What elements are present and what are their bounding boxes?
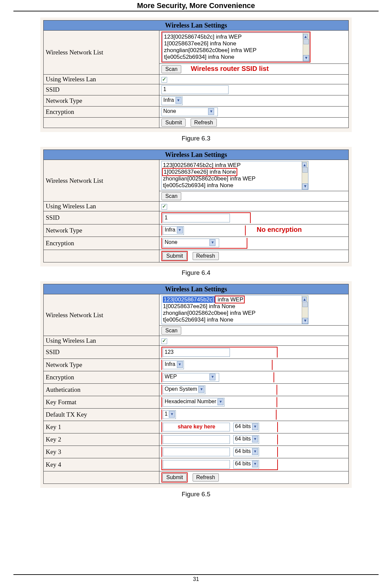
panel-title: Wireless Lan Settings: [44, 20, 348, 31]
refresh-button[interactable]: Refresh: [191, 119, 217, 127]
submit-button[interactable]: Submit: [162, 252, 187, 260]
use-wlan-checkbox[interactable]: [161, 77, 167, 83]
chevron-down-icon: ▼: [217, 399, 224, 405]
use-wlan-checkbox[interactable]: [161, 338, 167, 344]
label-dtxk: Default TX Key: [44, 409, 159, 421]
wls-table-63: Wireless Lan Settings Wireless Network L…: [43, 20, 348, 128]
label-ssid: SSID: [44, 346, 159, 359]
list-item[interactable]: 1[00258637ee26] infra None: [164, 40, 308, 47]
ssid-input[interactable]: 1: [161, 85, 229, 94]
ssid-input[interactable]: 123: [163, 348, 230, 357]
label-ntype: Network Type: [44, 95, 159, 107]
network-type-select[interactable]: Infra▼: [163, 361, 184, 369]
annotation-noenc: No encryption: [257, 226, 302, 233]
scan-button[interactable]: Scan: [161, 192, 181, 200]
list-item[interactable]: t[e005c52b6934] infra None: [163, 182, 307, 189]
key4-bits-select[interactable]: 64 bits▼: [233, 460, 259, 469]
caption-65: Figure 6.5: [0, 491, 392, 498]
scroll-thumb[interactable]: [302, 167, 308, 173]
label-kfmt: Key Format: [44, 396, 159, 409]
use-wlan-checkbox[interactable]: [161, 204, 167, 210]
dtxk-select[interactable]: 1▼: [163, 410, 176, 419]
label-empty: [44, 471, 159, 484]
label-wnl: Wireless Network List: [44, 160, 159, 202]
network-list-65[interactable]: 123[002586745b2c] infra WEP 1[00258637ee…: [161, 295, 308, 324]
page-header: More Security, More Convenience: [13, 0, 379, 11]
chevron-down-icon: ▼: [252, 448, 258, 455]
chevron-down-icon: ▼: [208, 108, 214, 115]
network-type-select[interactable]: Infra▼: [163, 226, 184, 235]
key2-bits-select[interactable]: 64 bits▼: [233, 435, 259, 444]
label-uwl: Using Wireless Lan: [44, 336, 159, 346]
scan-button[interactable]: Scan: [161, 327, 181, 335]
list-item[interactable]: t[e005c52b6934] infra None: [163, 317, 307, 323]
label-uwl: Using Wireless Lan: [44, 202, 159, 211]
list-item[interactable]: zhonglian[0025862c0bee] infra WEP: [163, 175, 307, 182]
chevron-down-icon: ▼: [252, 423, 258, 430]
label-enc: Encryption: [44, 107, 159, 118]
list-item[interactable]: 123[002586745b2c] infra WEP: [163, 162, 307, 169]
scroll-down-icon[interactable]: ▼: [302, 183, 308, 190]
scroll-thumb[interactable]: [303, 39, 309, 44]
scroll-up-icon[interactable]: ▲: [302, 162, 307, 167]
label-k1: Key 1: [44, 421, 159, 433]
caption-64: Figure 6.4: [0, 269, 392, 277]
chevron-down-icon: ▼: [209, 374, 215, 380]
chevron-down-icon: ▼: [177, 227, 183, 234]
scroll-down-icon[interactable]: ▼: [302, 318, 308, 324]
label-empty: [44, 250, 159, 262]
key4-input[interactable]: [163, 460, 230, 469]
submit-button[interactable]: Submit: [162, 473, 187, 481]
kfmt-select[interactable]: Hexadecimal Number▼: [163, 398, 225, 407]
panel-title: Wireless Lan Settings: [44, 150, 348, 160]
chevron-down-icon: ▼: [252, 436, 258, 443]
scrollbar[interactable]: ▲▼: [302, 161, 308, 190]
wls-table-64: Wireless Lan Settings Wireless Network L…: [43, 150, 348, 262]
scrollbar[interactable]: ▲▼: [303, 33, 309, 61]
chevron-down-icon: ▼: [209, 239, 215, 246]
refresh-button[interactable]: Refresh: [193, 252, 219, 260]
chevron-down-icon: ▼: [169, 411, 175, 418]
list-item[interactable]: 1[00258637ee26] infra None: [163, 303, 307, 310]
submit-button[interactable]: Submit: [161, 119, 186, 127]
label-enc: Encryption: [44, 371, 159, 384]
refresh-button[interactable]: Refresh: [193, 473, 219, 481]
wls-table-65: Wireless Lan Settings Wireless Network L…: [43, 284, 348, 484]
network-list-63[interactable]: 123[002586745b2c] infra WEP 1[00258637ee…: [162, 33, 309, 61]
auth-select[interactable]: Open System▼: [163, 385, 205, 394]
scrollbar[interactable]: ▲▼: [302, 296, 308, 324]
scroll-up-icon[interactable]: ▲: [303, 34, 308, 39]
label-k2: Key 2: [44, 433, 159, 446]
encryption-select[interactable]: None▼: [161, 108, 218, 116]
label-wnl: Wireless Network List: [44, 294, 159, 336]
label-uwl: Using Wireless Lan: [44, 75, 159, 84]
network-type-select[interactable]: Infra▼: [161, 96, 182, 105]
scroll-up-icon[interactable]: ▲: [302, 297, 307, 302]
scan-button[interactable]: Scan: [161, 65, 181, 73]
key1-bits-select[interactable]: 64 bits▼: [233, 423, 259, 431]
label-k4: Key 4: [44, 458, 159, 471]
scroll-thumb[interactable]: [302, 302, 308, 307]
label-ntype: Network Type: [44, 224, 159, 237]
list-item[interactable]: zhonglian[0025862c0bee] infra WEP: [163, 310, 307, 317]
list-item[interactable]: 123[002586745b2c] infra WEP: [163, 296, 307, 303]
caption-63: Figure 6.3: [0, 135, 392, 142]
key3-input[interactable]: [163, 448, 230, 456]
scroll-down-icon[interactable]: ▼: [303, 55, 309, 61]
encryption-select[interactable]: None▼: [163, 239, 219, 247]
key1-input[interactable]: share key here: [163, 423, 230, 431]
annotation-ssid-list: Wireless router SSID list: [191, 65, 268, 72]
list-item[interactable]: t[e005c52b6934] infra None: [164, 54, 308, 60]
label-empty: [44, 118, 159, 128]
label-auth: Authetication: [44, 384, 159, 396]
list-item[interactable]: zhonglian[0025862c0bee] infra WEP: [164, 47, 308, 54]
network-list-64[interactable]: 123[002586745b2c] infra WEP 1[00258637ee…: [161, 161, 308, 190]
page-number: 31: [0, 574, 392, 582]
ssid-input[interactable]: 1: [163, 214, 230, 222]
panel-title: Wireless Lan Settings: [44, 284, 348, 294]
encryption-select[interactable]: WEP▼: [163, 373, 219, 382]
key3-bits-select[interactable]: 64 bits▼: [233, 448, 259, 456]
list-item[interactable]: 1[00258637ee26] infra None: [163, 169, 237, 175]
key2-input[interactable]: [163, 435, 230, 444]
list-item[interactable]: 123[002586745b2c] infra WEP: [164, 34, 308, 40]
